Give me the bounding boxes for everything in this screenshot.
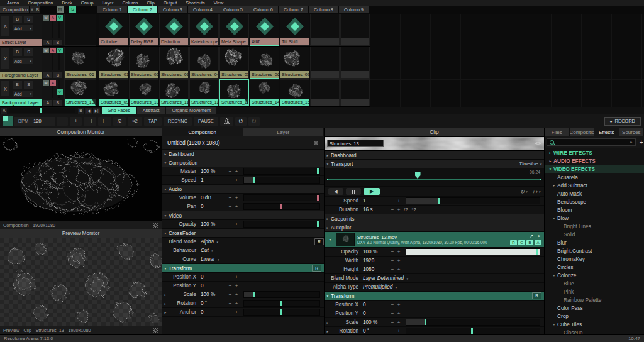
- layer-solo-button[interactable]: S: [24, 48, 33, 56]
- clip-structures-04[interactable]: Structures_04: [189, 47, 219, 79]
- layer-a-fader-handle[interactable]: A: [50, 15, 56, 21]
- layer-name[interactable]: Effect Layer: [0, 39, 42, 46]
- effect-pink[interactable]: Pink: [545, 287, 644, 295]
- decrement-button[interactable]: −: [227, 292, 233, 297]
- layer-b-select-button[interactable]: B: [53, 72, 62, 78]
- gear-icon[interactable]: [153, 223, 158, 228]
- layer-b-select-button[interactable]: B: [53, 100, 62, 106]
- toolbar-bpm-increase-button[interactable]: +: [70, 117, 81, 126]
- menu-clip[interactable]: Clip: [142, 0, 158, 6]
- deck-tab-abstract[interactable]: Abstract: [137, 107, 165, 114]
- search-input[interactable]: [556, 138, 628, 146]
- param-value[interactable]: 1: [201, 177, 227, 183]
- decrement-button[interactable]: −: [227, 274, 233, 280]
- layer-blend-dropdown[interactable]: Add▾: [13, 25, 33, 31]
- clip-source-row[interactable]: ▾Structures_13.movDXV 3.0 Normal Quality…: [325, 232, 544, 248]
- effect-chromakey[interactable]: ChromaKey: [545, 255, 644, 263]
- clip-structures-01[interactable]: Structures_01: [99, 47, 128, 79]
- browser-tab-compositions[interactable]: Compositions: [570, 128, 595, 136]
- layer-b-select-button[interactable]: B: [53, 40, 62, 45]
- clip-structures-14[interactable]: Structures_14: [250, 79, 279, 106]
- deck-tab-grid-faces[interactable]: Grid Faces: [102, 107, 136, 114]
- randomize-button[interactable]: R: [312, 265, 321, 272]
- clip-structures-15[interactable]: Structures_15: [280, 79, 309, 106]
- empty-clip-slot[interactable]: [340, 79, 370, 106]
- effect-rainbow-palette[interactable]: Rainbow Palette: [545, 295, 644, 304]
- redo-button[interactable]: ↻: [248, 117, 260, 126]
- section-crossfader[interactable]: ▾CrossFader: [162, 229, 324, 238]
- effect-add-subtract[interactable]: ▸Add Subtract: [545, 181, 644, 189]
- layer-a-fader-handle[interactable]: A: [50, 80, 56, 86]
- empty-clip-slot[interactable]: [310, 47, 340, 79]
- composition-bypass-button[interactable]: B: [35, 6, 40, 13]
- menu-layer[interactable]: Layer: [98, 0, 118, 6]
- increment-button[interactable]: +: [233, 274, 240, 280]
- empty-clip-slot[interactable]: [340, 47, 370, 79]
- layer-clear-button[interactable]: X: [1, 81, 9, 96]
- param-value[interactable]: 16 s: [363, 207, 389, 212]
- layer-active-clip-cell[interactable]: [64, 14, 96, 46]
- decrement-button[interactable]: −: [389, 328, 396, 334]
- empty-clip-slot[interactable]: [310, 79, 340, 106]
- column-header-7[interactable]: Column 7: [279, 6, 308, 13]
- composition-cell[interactable]: Composition: [0, 6, 29, 13]
- increment-button[interactable]: +: [233, 195, 240, 201]
- menu-output[interactable]: Output: [159, 0, 182, 6]
- clip-structures-07[interactable]: Structures_07: [280, 47, 309, 79]
- composition-master-button[interactable]: M: [57, 6, 64, 13]
- layer-solo-button[interactable]: S: [24, 16, 33, 23]
- section-autopilot[interactable]: ▸Autopilot: [325, 223, 544, 232]
- column-header-9[interactable]: Column 9: [339, 6, 369, 13]
- browser-tab-effects[interactable]: Effects: [594, 128, 619, 136]
- composition-clear-button[interactable]: X: [30, 6, 35, 13]
- decrement-button[interactable]: −: [389, 319, 396, 325]
- param-slider[interactable]: [406, 328, 540, 334]
- channel-r-button[interactable]: R: [510, 240, 517, 245]
- clip-meta-shape[interactable]: Meta Shape: [219, 14, 249, 46]
- channel-g-button[interactable]: G: [518, 240, 525, 245]
- increment-button[interactable]: +: [233, 301, 240, 306]
- decrement-button[interactable]: −: [389, 207, 396, 212]
- effect-acuarela[interactable]: Acuarela: [545, 173, 644, 181]
- clip-blur[interactable]: Blur: [250, 14, 279, 46]
- clip-tilt-shift[interactable]: Tilt Shift: [280, 14, 309, 46]
- increment-button[interactable]: +: [233, 292, 240, 297]
- param-value[interactable]: 0: [201, 274, 227, 280]
- layer-a-select-button[interactable]: A: [43, 40, 52, 45]
- channel-a-button[interactable]: A: [535, 240, 541, 245]
- clip-structures-10[interactable]: Structures_10: [129, 79, 158, 106]
- effect-bright-contrast[interactable]: Bright.Contrast: [545, 246, 644, 255]
- decrement-button[interactable]: −: [227, 195, 233, 201]
- layer-blend-dropdown[interactable]: Add▾: [13, 91, 33, 97]
- layer-a-fader-handle[interactable]: A: [50, 48, 56, 53]
- close-icon[interactable]: ×: [538, 234, 540, 239]
- play-backwards-button[interactable]: ◀: [328, 188, 343, 195]
- metronome-button[interactable]: [220, 117, 233, 126]
- section-cuepoints[interactable]: ▸Cuepoints: [325, 214, 544, 223]
- column-header-2[interactable]: Column 2: [128, 6, 157, 13]
- decrement-button[interactable]: −: [389, 258, 396, 263]
- select-behaviour[interactable]: Cut▾: [201, 248, 213, 253]
- increment-button[interactable]: +: [396, 258, 402, 263]
- increment-button[interactable]: +: [396, 207, 402, 212]
- clip-kaleidoscope[interactable]: Kaleidoscope: [189, 14, 219, 46]
- select-curve[interactable]: Linear▾: [201, 256, 219, 262]
- effect-audio-effects[interactable]: ▸AUDIO EFFECTS: [545, 157, 644, 165]
- deck-next-button[interactable]: ▶|: [93, 108, 100, 114]
- layer-clear-button[interactable]: X: [1, 16, 9, 36]
- menu-view[interactable]: View: [209, 0, 228, 6]
- layer-m-button[interactable]: M: [43, 80, 49, 86]
- effect-bright-lines[interactable]: Bright Lines: [545, 222, 644, 230]
- layer-blend-dropdown[interactable]: Add▾: [13, 58, 33, 64]
- param-slider[interactable]: [243, 203, 320, 210]
- loop-mode-dropdown[interactable]: ↻▾: [520, 189, 528, 195]
- effect-bendoscope[interactable]: Bendoscope: [545, 197, 644, 206]
- randomize-button[interactable]: R: [314, 238, 324, 245]
- param-value[interactable]: 100 %: [201, 221, 227, 227]
- increment-button[interactable]: +: [396, 249, 402, 255]
- select-blend-mode[interactable]: Alpha▾: [201, 239, 218, 245]
- increment-button[interactable]: +: [233, 168, 240, 174]
- clip-structures-03[interactable]: Structures_03: [159, 47, 189, 79]
- effect-blue[interactable]: Blue: [545, 279, 644, 287]
- param-value[interactable]: 100 %: [201, 168, 227, 174]
